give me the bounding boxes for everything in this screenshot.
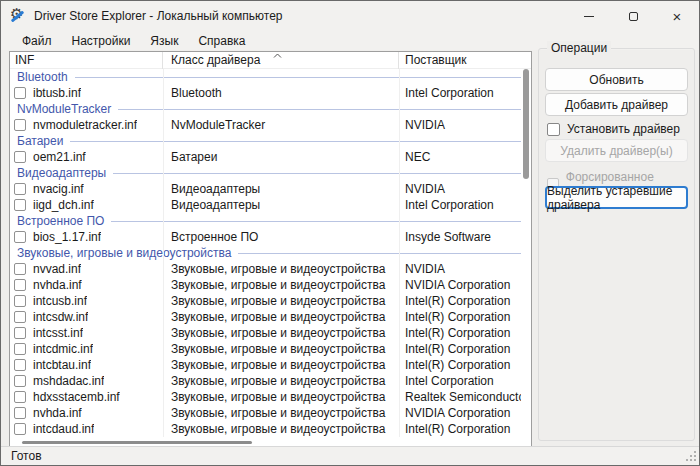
refresh-button[interactable]: Обновить <box>545 68 688 91</box>
row-checkbox[interactable] <box>14 87 26 99</box>
cell-vendor: NVIDIA Corporation <box>399 277 531 293</box>
add-driver-button[interactable]: Добавить драйвер <box>545 93 688 116</box>
cell-vendor: Intel Corporation <box>399 373 531 389</box>
group-underline <box>111 221 521 222</box>
cell-class: NvModuleTracker <box>163 117 399 133</box>
select-old-drivers-button[interactable]: Выделить устаревшие драйвера <box>545 186 688 209</box>
table-group-header[interactable]: Встроенное ПО <box>10 213 531 229</box>
cell-class: Встроенное ПО <box>163 229 399 245</box>
row-checkbox[interactable] <box>14 375 26 387</box>
inf-name: mshdadac.inf <box>33 373 104 389</box>
cell-inf: nvhda.inf <box>10 405 163 421</box>
row-checkbox[interactable] <box>14 343 26 355</box>
inf-name: nvmoduletracker.inf <box>33 117 137 133</box>
column-header-vendor[interactable]: Поставщик <box>399 52 531 69</box>
row-checkbox[interactable] <box>14 327 26 339</box>
table-row[interactable]: nvvad.infЗвуковые, игровые и видеоустрой… <box>10 261 531 277</box>
cell-vendor: NVIDIA <box>399 117 531 133</box>
table-row[interactable]: iigd_dch.infВидеоадаптерыIntel Corporati… <box>10 197 531 213</box>
table-row[interactable]: intcsst.infЗвуковые, игровые и видеоустр… <box>10 325 531 341</box>
table-row[interactable]: intcusb.infЗвуковые, игровые и видеоустр… <box>10 293 531 309</box>
table-row[interactable]: nvmoduletracker.infNvModuleTrackerNVIDIA <box>10 117 531 133</box>
cell-vendor: Intel Corporation <box>399 85 531 101</box>
checkbox-icon <box>547 123 560 136</box>
table-row[interactable]: intcbtau.infЗвуковые, игровые и видеоуст… <box>10 357 531 373</box>
group-label: Bluetooth <box>17 70 68 84</box>
inf-name: intcbtau.inf <box>33 357 91 373</box>
inf-name: iigd_dch.inf <box>33 197 94 213</box>
column-header-inf[interactable]: INF <box>10 52 163 69</box>
resize-grip-icon[interactable] <box>685 451 696 462</box>
table-group-header[interactable]: NvModuleTracker <box>10 101 531 117</box>
row-checkbox[interactable] <box>14 151 26 163</box>
cell-vendor: Intel(R) Corporation <box>399 421 531 437</box>
titlebar[interactable]: ⚙ Driver Store Explorer - Локальный комп… <box>1 1 699 31</box>
inf-name: nvacig.inf <box>33 181 84 197</box>
group-underline <box>70 141 521 142</box>
cell-class: Звуковые, игровые и видеоустройства <box>163 373 399 389</box>
cell-class: Звуковые, игровые и видеоустройства <box>163 261 399 277</box>
row-checkbox[interactable] <box>14 423 26 435</box>
horizontal-scrollbar-thumb[interactable] <box>22 441 252 444</box>
cell-vendor: Intel(R) Corporation <box>399 309 531 325</box>
status-text: Готов <box>11 449 42 463</box>
cell-class: Bluetooth <box>163 85 399 101</box>
driver-table: INF Класс драйвера Поставщик Bluetoothib… <box>9 51 532 448</box>
table-row[interactable]: intcdmic.infЗвуковые, игровые и видеоуст… <box>10 341 531 357</box>
cell-class: Звуковые, игровые и видеоустройства <box>163 341 399 357</box>
vertical-scrollbar-thumb[interactable] <box>523 69 529 179</box>
cell-vendor: NVIDIA <box>399 181 531 197</box>
table-row[interactable]: intcdaud.infЗвуковые, игровые и видеоуст… <box>10 421 531 437</box>
delete-driver-button: Удалить драйвер(ы) <box>545 139 688 162</box>
table-row[interactable]: hdxsstacemb.infЗвуковые, игровые и видео… <box>10 389 531 405</box>
menu-item-file[interactable]: Файл <box>13 32 61 50</box>
close-icon: × <box>673 9 682 24</box>
table-row[interactable]: bios_1.17.infВстроенное ПОInsyde Softwar… <box>10 229 531 245</box>
table-group-header[interactable]: Батареи <box>10 133 531 149</box>
table-row[interactable]: ibtusb.infBluetoothIntel Corporation <box>10 85 531 101</box>
cell-inf: ibtusb.inf <box>10 85 163 101</box>
inf-name: ibtusb.inf <box>33 85 81 101</box>
table-group-header[interactable]: Звуковые, игровые и видеоустройства <box>10 245 531 261</box>
row-checkbox[interactable] <box>14 279 26 291</box>
table-row[interactable]: intcsdw.infЗвуковые, игровые и видеоустр… <box>10 309 531 325</box>
table-group-header[interactable]: Видеоадаптеры <box>10 165 531 181</box>
install-driver-checkbox[interactable]: Установить драйвер <box>547 122 680 136</box>
operations-title: Операции <box>547 41 611 55</box>
table-row[interactable]: nvacig.infВидеоадаптерыNVIDIA <box>10 181 531 197</box>
cell-vendor: NEC <box>399 149 531 165</box>
row-checkbox[interactable] <box>14 263 26 275</box>
row-checkbox[interactable] <box>14 295 26 307</box>
cell-inf: mshdadac.inf <box>10 373 163 389</box>
cell-vendor: NVIDIA Corporation <box>399 405 531 421</box>
table-row[interactable]: nvhda.infЗвуковые, игровые и видеоустрой… <box>10 405 531 421</box>
row-checkbox[interactable] <box>14 311 26 323</box>
table-row[interactable]: oem21.infБатареиNEC <box>10 149 531 165</box>
row-checkbox[interactable] <box>14 199 26 211</box>
row-checkbox[interactable] <box>14 231 26 243</box>
maximize-button[interactable] <box>611 1 655 31</box>
row-checkbox[interactable] <box>14 391 26 403</box>
inf-name: nvvad.inf <box>33 261 81 277</box>
column-header-class[interactable]: Класс драйвера <box>163 52 399 69</box>
cell-inf: intcdmic.inf <box>10 341 163 357</box>
cell-class: Звуковые, игровые и видеоустройства <box>163 309 399 325</box>
vertical-scrollbar[interactable] <box>521 69 531 437</box>
window-title: Driver Store Explorer - Локальный компью… <box>34 9 282 23</box>
row-checkbox[interactable] <box>14 359 26 371</box>
row-checkbox[interactable] <box>14 407 26 419</box>
menu-item-language[interactable]: Язык <box>141 32 187 50</box>
cell-inf: nvhda.inf <box>10 277 163 293</box>
close-button[interactable]: × <box>655 1 699 31</box>
menu-item-settings[interactable]: Настройки <box>63 32 140 50</box>
table-group-header[interactable]: Bluetooth <box>10 69 531 85</box>
cell-vendor: Intel Corporation <box>399 197 531 213</box>
menu-item-help[interactable]: Справка <box>189 32 254 50</box>
table-row[interactable]: nvhda.infЗвуковые, игровые и видеоустрой… <box>10 277 531 293</box>
row-checkbox[interactable] <box>14 119 26 131</box>
row-checkbox[interactable] <box>14 183 26 195</box>
inf-name: hdxsstacemb.inf <box>33 389 120 405</box>
minimize-button[interactable] <box>567 1 611 31</box>
table-header: INF Класс драйвера Поставщик <box>10 52 531 69</box>
table-row[interactable]: mshdadac.infЗвуковые, игровые и видеоуст… <box>10 373 531 389</box>
